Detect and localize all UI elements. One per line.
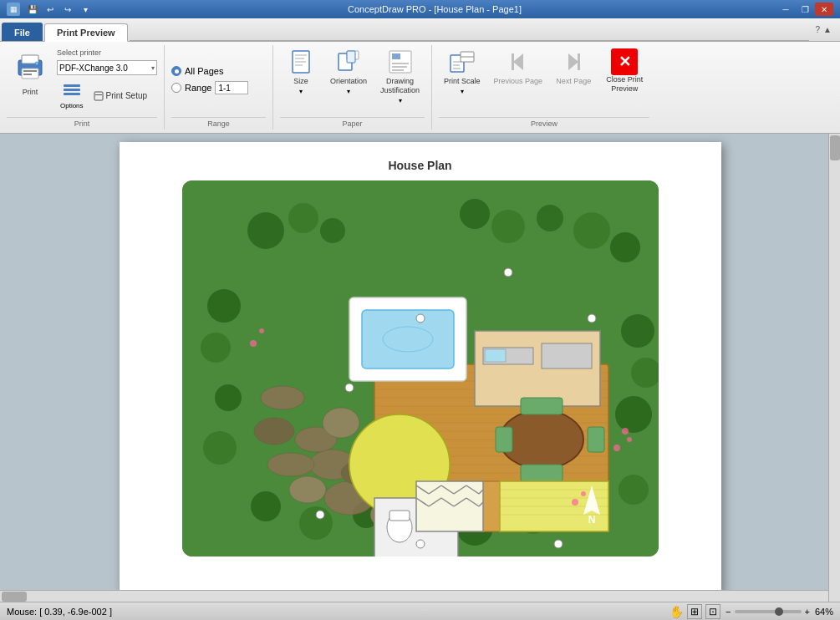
undo-qa-button[interactable]: ↩ bbox=[43, 2, 58, 17]
horizontal-scrollbar[interactable] bbox=[0, 590, 828, 602]
range-option[interactable]: Range bbox=[171, 81, 248, 94]
hand-icon[interactable]: ✋ bbox=[669, 605, 684, 618]
options-label: Options bbox=[60, 102, 84, 109]
ribbon-group-range: All Pages Range Range bbox=[165, 45, 273, 130]
next-page-button[interactable]: Next Page bbox=[551, 45, 596, 89]
save-qa-button[interactable]: 💾 bbox=[25, 2, 40, 17]
svg-rect-94 bbox=[521, 465, 563, 481]
zoom-in-button[interactable]: + bbox=[805, 607, 810, 617]
previous-page-label: Previous Page bbox=[494, 77, 543, 86]
print-large-button[interactable] bbox=[10, 45, 50, 85]
title-bar: ▦ 💾 ↩ ↪ ▾ ConceptDraw PRO - [House Plan … bbox=[0, 0, 840, 18]
ribbon: Print Select printer PDF-XChange 3.0 ▾ bbox=[0, 42, 840, 134]
close-print-label: Close Print Preview bbox=[606, 75, 643, 94]
svg-rect-92 bbox=[588, 427, 604, 452]
svg-point-47 bbox=[201, 333, 231, 363]
status-right: ✋ ⊞ ⊡ − + 64% bbox=[669, 604, 833, 619]
print-scale-button[interactable]: Print Scale ▾ bbox=[439, 45, 486, 99]
svg-text:N: N bbox=[588, 514, 595, 526]
svg-rect-97 bbox=[389, 511, 410, 521]
svg-rect-88 bbox=[542, 343, 592, 368]
svg-point-46 bbox=[207, 289, 241, 323]
print-group-label: Print bbox=[7, 117, 157, 130]
preview-group-label: Preview bbox=[439, 117, 649, 130]
size-label: Size bbox=[293, 77, 308, 86]
vertical-scrollbar[interactable] bbox=[828, 134, 840, 602]
svg-point-65 bbox=[254, 418, 294, 445]
svg-point-49 bbox=[203, 431, 237, 465]
redo-qa-button[interactable]: ↪ bbox=[60, 2, 75, 17]
svg-point-42 bbox=[610, 232, 640, 262]
expand-icon[interactable]: ▲ bbox=[823, 25, 832, 34]
paper-group-label: Paper bbox=[280, 117, 425, 130]
options-button[interactable]: Options bbox=[57, 79, 87, 113]
svg-point-36 bbox=[288, 203, 318, 233]
drawing-justification-label: Drawing Justification bbox=[380, 77, 420, 95]
drawing-justification-button[interactable]: Drawing Justification ▾ bbox=[375, 45, 425, 108]
zoom-slider[interactable] bbox=[735, 610, 802, 613]
svg-point-121 bbox=[345, 384, 354, 392]
svg-rect-89 bbox=[485, 349, 506, 362]
svg-point-51 bbox=[299, 506, 333, 540]
svg-point-45 bbox=[615, 396, 652, 433]
svg-rect-9 bbox=[94, 92, 103, 100]
app-icon: ▦ bbox=[7, 3, 20, 16]
svg-rect-99 bbox=[416, 481, 483, 531]
svg-point-40 bbox=[537, 205, 563, 231]
svg-point-135 bbox=[572, 499, 578, 506]
svg-point-132 bbox=[259, 328, 264, 333]
status-bar: Mouse: [ 0.39, -6.9e-002 ] ✋ ⊞ ⊡ − + 64% bbox=[0, 602, 840, 620]
print-scale-label: Print Scale bbox=[444, 77, 481, 86]
svg-point-123 bbox=[416, 540, 425, 548]
svg-point-39 bbox=[491, 210, 525, 243]
page-preview: House Plan bbox=[120, 142, 721, 593]
printer-select[interactable]: PDF-XChange 3.0 ▾ bbox=[57, 60, 157, 75]
svg-rect-118 bbox=[362, 310, 454, 368]
svg-rect-91 bbox=[496, 427, 512, 452]
svg-rect-8 bbox=[64, 93, 80, 95]
qa-more-button[interactable]: ▾ bbox=[78, 2, 93, 17]
help-icon[interactable]: ? bbox=[816, 25, 821, 34]
svg-point-48 bbox=[215, 384, 242, 411]
svg-point-37 bbox=[320, 218, 345, 243]
svg-point-120 bbox=[416, 314, 425, 323]
svg-point-41 bbox=[573, 212, 610, 249]
previous-page-button[interactable]: Previous Page bbox=[489, 45, 548, 89]
zoom-thumb[interactable] bbox=[775, 607, 783, 616]
tab-bar: File Print Preview ? ▲ bbox=[0, 18, 840, 42]
tab-file[interactable]: File bbox=[2, 23, 43, 41]
zoom-out-button[interactable]: − bbox=[725, 607, 731, 617]
tab-print-preview[interactable]: Print Preview bbox=[44, 23, 128, 42]
all-pages-option[interactable]: All Pages bbox=[171, 66, 223, 76]
house-plan-diagram: N bbox=[182, 180, 659, 556]
svg-rect-93 bbox=[521, 398, 563, 414]
svg-rect-6 bbox=[64, 84, 80, 87]
svg-point-125 bbox=[588, 314, 596, 323]
svg-rect-33 bbox=[578, 53, 580, 70]
svg-point-66 bbox=[261, 386, 304, 409]
size-button[interactable]: Size ▾ bbox=[280, 45, 322, 99]
orientation-label: Orientation bbox=[330, 77, 367, 86]
zoom-control[interactable]: − + bbox=[725, 607, 810, 617]
print-setup-button[interactable]: Print Setup bbox=[90, 79, 150, 113]
svg-point-56 bbox=[619, 475, 649, 505]
zoom-box-icon[interactable]: ⊡ bbox=[705, 604, 720, 619]
ribbon-group-paper: Size ▾ Orientation ▾ bbox=[273, 45, 432, 130]
close-print-preview-button[interactable]: ✕ Close Print Preview bbox=[599, 45, 649, 97]
svg-point-50 bbox=[251, 491, 281, 521]
minimize-button[interactable]: ─ bbox=[776, 3, 795, 16]
mouse-coords: Mouse: [ 0.39, -6.9e-002 ] bbox=[7, 607, 112, 617]
svg-rect-3 bbox=[23, 70, 37, 72]
next-page-label: Next Page bbox=[556, 77, 591, 86]
svg-point-129 bbox=[622, 428, 629, 435]
svg-point-130 bbox=[627, 437, 632, 442]
svg-point-126 bbox=[504, 268, 512, 277]
zoom-fit-icon[interactable]: ⊞ bbox=[687, 604, 702, 619]
range-input[interactable] bbox=[215, 81, 248, 94]
restore-button[interactable]: ❐ bbox=[796, 3, 814, 16]
orientation-button[interactable]: Orientation ▾ bbox=[325, 45, 372, 99]
close-print-icon: ✕ bbox=[611, 48, 638, 75]
svg-point-63 bbox=[323, 408, 359, 438]
ribbon-group-preview: Print Scale ▾ Previous Page bbox=[432, 45, 656, 130]
close-button[interactable]: ✕ bbox=[815, 3, 833, 16]
